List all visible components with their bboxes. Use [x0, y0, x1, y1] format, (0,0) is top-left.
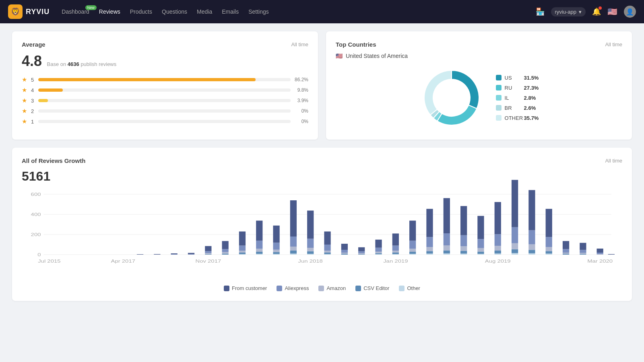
- star-icon: ★: [22, 76, 27, 83]
- bar-csv: [205, 254, 211, 255]
- store-icon[interactable]: 🏪: [536, 7, 545, 16]
- chart-legend-item: Aliexpress: [277, 285, 309, 291]
- bar-csv: [495, 251, 501, 253]
- bar-other: [528, 253, 535, 255]
- y-label: 200: [31, 232, 41, 237]
- bar-bg: [38, 78, 291, 81]
- bar-customer: [608, 254, 615, 255]
- navbar: 🦁 RYVIU Dashboard New Reviews Products Q…: [0, 0, 644, 23]
- bar-ali: [409, 241, 416, 249]
- donut-segment-OTHER: [424, 70, 452, 115]
- chart-legend: From customer Aliexpress Amazon CSV Edit…: [22, 285, 622, 291]
- brand: 🦁 RYVIU: [8, 4, 50, 19]
- bar-fill: [38, 88, 63, 92]
- bar-csv: [222, 254, 229, 255]
- legend-pct: 27.3%: [524, 85, 539, 91]
- bar-customer: [495, 202, 501, 234]
- nav-media[interactable]: Media: [197, 8, 212, 15]
- average-score-row: 4.8 Base on 4636 publish reviews: [22, 53, 308, 70]
- bar-ali: [205, 251, 211, 253]
- bell-icon[interactable]: 🔔: [592, 7, 601, 16]
- star-num: 3: [31, 98, 34, 104]
- countries-header: Top Countries All time: [336, 41, 622, 48]
- legend-color: [277, 286, 282, 291]
- bar-csv: [256, 252, 262, 254]
- bar-ali: [324, 245, 330, 251]
- x-label: Aug 2019: [485, 259, 511, 264]
- bar-csv: [580, 254, 586, 255]
- legend-text: Other: [407, 285, 420, 291]
- bar-bg: [38, 120, 291, 123]
- bar-csv: [358, 254, 365, 255]
- bar-other: [512, 253, 518, 255]
- flag-icon[interactable]: 🇺🇸: [607, 7, 617, 16]
- bar-amazon: [358, 253, 365, 254]
- bar-amazon: [290, 247, 297, 251]
- bar-other: [307, 254, 314, 255]
- average-title: Average: [22, 41, 45, 48]
- chart-legend-item: CSV Editor: [355, 285, 389, 291]
- countries-period: All time: [605, 41, 622, 47]
- average-base: Base on 4636 publish reviews: [47, 61, 117, 67]
- bar-customer: [392, 234, 399, 246]
- nav-reviews[interactable]: Reviews: [99, 8, 120, 15]
- bar-ali: [375, 248, 382, 252]
- us-flag: 🇺🇸: [336, 53, 343, 59]
- growth-header: All of Reviews Growth All time: [22, 157, 622, 164]
- bar-ali: [477, 239, 484, 248]
- user-chip[interactable]: ryviu-app ▾: [551, 7, 586, 16]
- bar-csv: [426, 251, 433, 253]
- legend-pct: 35.7%: [524, 115, 539, 121]
- donut-svg: [419, 66, 484, 130]
- legend-dot: [496, 85, 502, 90]
- bar-amazon: [528, 245, 535, 250]
- bar-csv: [307, 251, 314, 254]
- nav-dashboard[interactable]: Dashboard New: [62, 8, 89, 15]
- legend-pct: 2.6%: [524, 105, 536, 111]
- legend-pct: 2.8%: [524, 95, 536, 101]
- bar-other: [546, 254, 552, 255]
- bar-customer: [307, 211, 314, 239]
- average-period: All time: [291, 41, 308, 47]
- bar-customer: [546, 209, 552, 237]
- average-card-header: Average All time: [22, 41, 308, 48]
- x-label: Jun 2018: [298, 259, 323, 264]
- nav-links: Dashboard New Reviews Products Questions…: [62, 8, 523, 15]
- legend-pct: 31.5%: [524, 75, 539, 81]
- bar-csv: [444, 251, 450, 254]
- bar-pct: 86.2%: [295, 77, 308, 82]
- bar-customer: [563, 241, 569, 249]
- bar-ali: [358, 251, 365, 253]
- bar-amazon: [495, 246, 501, 251]
- donut-legend: US 31.5% RU 27.3% IL 2.8% BR 2.6% OTHER …: [496, 75, 539, 121]
- legend-color: [355, 286, 361, 291]
- bar-customer: [171, 253, 178, 254]
- top-country-row: 🇺🇸 United States of America: [336, 53, 622, 59]
- avatar[interactable]: 👤: [624, 6, 636, 18]
- x-label: Mar 2020: [587, 259, 613, 264]
- nav-settings[interactable]: Settings: [248, 8, 269, 15]
- bar-bg: [38, 109, 291, 113]
- bar-csv: [409, 252, 416, 254]
- star-num: 1: [31, 119, 34, 125]
- bar-amazon: [460, 246, 467, 251]
- bar-other: [239, 254, 246, 255]
- brand-logo: 🦁: [8, 4, 23, 19]
- legend-label: US: [505, 75, 521, 81]
- nav-products[interactable]: Products: [130, 8, 152, 15]
- nav-questions[interactable]: Questions: [162, 8, 187, 15]
- bar-ali: [512, 227, 518, 243]
- legend-text: From customer: [232, 285, 267, 291]
- legend-text: Amazon: [326, 285, 346, 291]
- main-content: Average All time 4.8 Base on 4636 publis…: [0, 23, 644, 309]
- bar-other: [392, 254, 399, 255]
- bar-other: [409, 254, 416, 255]
- bar-pct: 3.9%: [295, 98, 308, 103]
- bar-ali: [171, 254, 178, 255]
- top-countries-card: Top Countries All time 🇺🇸 United States …: [326, 31, 632, 140]
- nav-emails[interactable]: Emails: [222, 8, 239, 15]
- bar-csv: [290, 251, 297, 254]
- growth-chart-svg: 0200400600Jul 2015Apr 2017Nov 2017Jun 20…: [22, 190, 622, 279]
- navbar-right: 🏪 ryviu-app ▾ 🔔 🇺🇸 👤: [536, 6, 636, 18]
- bar-customer: [409, 221, 416, 241]
